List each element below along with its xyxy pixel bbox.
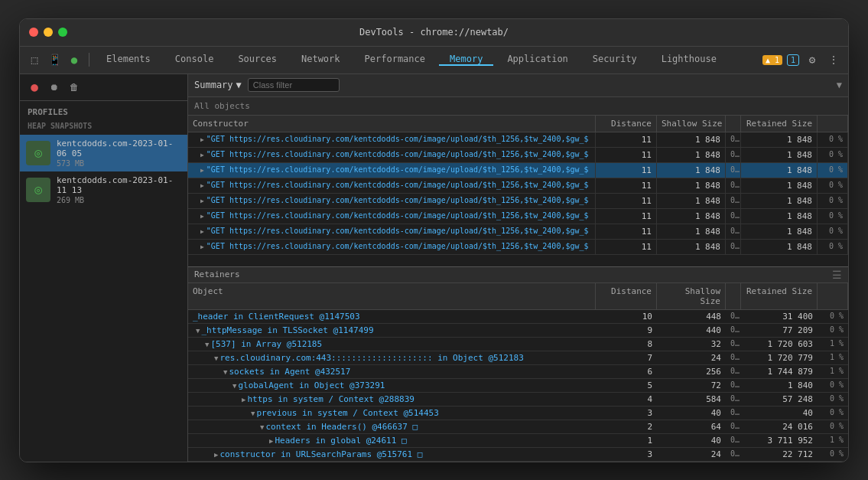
- ret-row-8[interactable]: ▼context in Headers() @466637 □ 2 64 0 %…: [188, 420, 848, 434]
- ret-row-10[interactable]: ▶constructor in URLSearchParams @515761 …: [188, 448, 848, 462]
- heap-cell-retained-1: 1 848: [741, 163, 818, 178]
- ret-row-4[interactable]: ▼sockets in Agent @432517 6 256 0 % 1 74…: [188, 365, 848, 379]
- ret-col-retained[interactable]: Retained Size: [741, 283, 818, 309]
- class-filter-input[interactable]: [248, 78, 340, 92]
- more-icon[interactable]: ⋮: [825, 51, 842, 68]
- tab-network[interactable]: Network: [291, 54, 351, 66]
- info-badge[interactable]: 1: [787, 54, 799, 66]
- heap-cell-dist-5: 11: [596, 224, 657, 239]
- snapshot-item-1[interactable]: ◎ kentcdodds.com-2023-01-11 13 269 MB: [20, 171, 187, 208]
- heap-cell-r-pct: 0 %: [818, 132, 848, 147]
- ret-cell-obj-10: ▶constructor in URLSearchParams @515761 …: [188, 448, 596, 461]
- tab-sources[interactable]: Sources: [227, 54, 288, 66]
- tab-console[interactable]: Console: [164, 54, 225, 66]
- snapshot-name-1: kentcdodds.com-2023-01-11 13: [57, 175, 181, 195]
- heap-cell-url: "GET https://res.cloudinary.com/kentcdod…: [188, 132, 596, 147]
- ret-row-0[interactable]: _header in ClientRequest @1147503 10 448…: [188, 310, 848, 324]
- ret-cell-retained-0: 31 400: [741, 310, 818, 323]
- close-button[interactable]: [29, 28, 38, 37]
- ret-cell-retained-6: 57 248: [741, 393, 818, 406]
- target-icon[interactable]: ●: [66, 51, 83, 68]
- snapshot-size-0: 573 MB: [57, 159, 181, 168]
- snapshot-icon-0: ◎: [26, 141, 50, 165]
- heap-row-0[interactable]: ▶"GET https://res.cloudinary.com/kentcdo…: [188, 148, 848, 163]
- maximize-button[interactable]: [58, 28, 67, 37]
- ret-row-1[interactable]: ▼_httpMessage in TLSSocket @1147499 9 44…: [188, 324, 848, 338]
- ret-row-7[interactable]: ▼previous in system / Context @514453 3 …: [188, 407, 848, 420]
- ret-cell-shallow-8: 64: [657, 420, 726, 433]
- heap-cell-r-pct-5: 0 %: [818, 224, 848, 239]
- heap-table: Constructor Distance Shallow Size Retain…: [188, 116, 848, 266]
- tab-lighthouse[interactable]: Lighthouse: [651, 54, 727, 66]
- ret-cell-s-pct-7: 0 %: [726, 407, 741, 420]
- ret-row-3[interactable]: ▼res.cloudinary.com:443:::::::::::::::::…: [188, 351, 848, 365]
- heap-col-distance[interactable]: Distance: [596, 116, 657, 132]
- ret-cell-obj-3: ▼res.cloudinary.com:443:::::::::::::::::…: [188, 351, 596, 364]
- heap-col-constructor[interactable]: Constructor: [188, 116, 596, 132]
- ret-cell-shallow-0: 448: [657, 310, 726, 323]
- tab-application[interactable]: Application: [496, 54, 578, 66]
- summary-label: Summary: [194, 80, 233, 90]
- snapshot-text-1: kentcdodds.com-2023-01-11 13 269 MB: [57, 175, 181, 204]
- ret-cell-dist-5: 5: [596, 379, 657, 392]
- heap-row-6[interactable]: ▶"GET https://res.cloudinary.com/kentcdo…: [188, 240, 848, 255]
- heap-col-retained[interactable]: Retained Size: [741, 116, 818, 132]
- record-button[interactable]: ●: [26, 79, 43, 96]
- heap-cell-url-5: ▶"GET https://res.cloudinary.com/kentcdo…: [188, 224, 596, 239]
- summary-dropdown[interactable]: Summary ▼: [194, 80, 242, 90]
- minimize-button[interactable]: [44, 28, 53, 37]
- heap-cell-s-pct: 0 %: [726, 132, 741, 147]
- phone-icon[interactable]: 📱: [46, 51, 63, 68]
- ret-row-9[interactable]: ▶Headers in global @24611 □ 1 40 0 % 3 7…: [188, 434, 848, 448]
- all-objects-label: All objects: [194, 101, 250, 111]
- cursor-icon[interactable]: ⬚: [26, 51, 43, 68]
- delete-button[interactable]: 🗑: [66, 79, 83, 96]
- ret-col-shallow[interactable]: Shallow Size: [657, 283, 726, 309]
- heap-row-1[interactable]: ▶"GET https://res.cloudinary.com/kentcdo…: [188, 163, 848, 178]
- ret-col-object[interactable]: Object: [188, 283, 596, 309]
- ret-cell-obj-8: ▼context in Headers() @466637 □: [188, 420, 596, 433]
- retainers-menu[interactable]: ☰: [832, 269, 842, 281]
- stop-button[interactable]: ⏺: [46, 79, 63, 96]
- ret-col-distance[interactable]: Distance: [596, 283, 657, 309]
- warning-badge[interactable]: ▲ 1: [762, 55, 782, 65]
- ret-row-6[interactable]: ▶https in system / Context @288839 4 584…: [188, 393, 848, 407]
- heap-cell-r-pct-1: 0 %: [818, 163, 848, 178]
- ret-cell-dist-3: 7: [596, 351, 657, 364]
- tab-memory[interactable]: Memory: [439, 54, 493, 66]
- heap-cell-url-0: ▶"GET https://res.cloudinary.com/kentcdo…: [188, 148, 596, 162]
- ret-cell-retained-1: 77 209: [741, 324, 818, 337]
- snapshot-item-0[interactable]: ◎ kentcdodds.com-2023-01-06 05 573 MB: [20, 135, 187, 171]
- heap-cell-retained: 1 848: [741, 132, 818, 147]
- devtools-window: DevTools - chrome://newtab/ ⬚ 📱 ● Elemen…: [19, 18, 849, 462]
- tab-security[interactable]: Security: [582, 54, 648, 66]
- heap-row-2[interactable]: ▶"GET https://res.cloudinary.com/kentcdo…: [188, 178, 848, 194]
- ret-cell-dist-10: 3: [596, 448, 657, 461]
- ret-cell-obj-2: ▼[537] in Array @512185: [188, 338, 596, 351]
- heap-col-shallow[interactable]: Shallow Size: [657, 116, 726, 132]
- ret-cell-s-pct-1: 0 %: [726, 324, 741, 337]
- heap-snapshots-label: HEAP SNAPSHOTS: [20, 120, 187, 135]
- heap-row-top[interactable]: "GET https://res.cloudinary.com/kentcdod…: [188, 132, 848, 148]
- settings-icon[interactable]: ⚙: [804, 51, 821, 68]
- heap-cell-r-pct-0: 0 %: [818, 148, 848, 162]
- snapshot-icon-1: ◎: [26, 178, 50, 202]
- ret-cell-shallow-1: 440: [657, 324, 726, 337]
- tab-performance[interactable]: Performance: [354, 54, 436, 66]
- tab-elements[interactable]: Elements: [96, 54, 161, 66]
- snapshot-size-1: 269 MB: [57, 196, 181, 204]
- separator: [89, 53, 89, 67]
- heap-cell-s-pct-5: 0 %: [726, 224, 741, 239]
- ret-cell-r-pct-0: 0 %: [818, 310, 848, 323]
- heap-row-3[interactable]: ▶"GET https://res.cloudinary.com/kentcdo…: [188, 194, 848, 209]
- heap-row-4[interactable]: ▶"GET https://res.cloudinary.com/kentcdo…: [188, 209, 848, 224]
- ret-row-5[interactable]: ▼globalAgent in Object @373291 5 72 0 % …: [188, 379, 848, 393]
- ret-cell-retained-2: 1 720 603: [741, 338, 818, 351]
- ret-row-2[interactable]: ▼[537] in Array @512185 8 32 0 % 1 720 6…: [188, 338, 848, 351]
- heap-cell-r-pct-6: 0 %: [818, 240, 848, 254]
- ret-cell-dist-0: 10: [596, 310, 657, 323]
- ret-cell-obj-0: _header in ClientRequest @1147503: [188, 310, 596, 323]
- heap-row-5[interactable]: ▶"GET https://res.cloudinary.com/kentcdo…: [188, 224, 848, 240]
- ret-cell-retained-4: 1 744 879: [741, 365, 818, 378]
- ret-cell-s-pct-6: 0 %: [726, 393, 741, 406]
